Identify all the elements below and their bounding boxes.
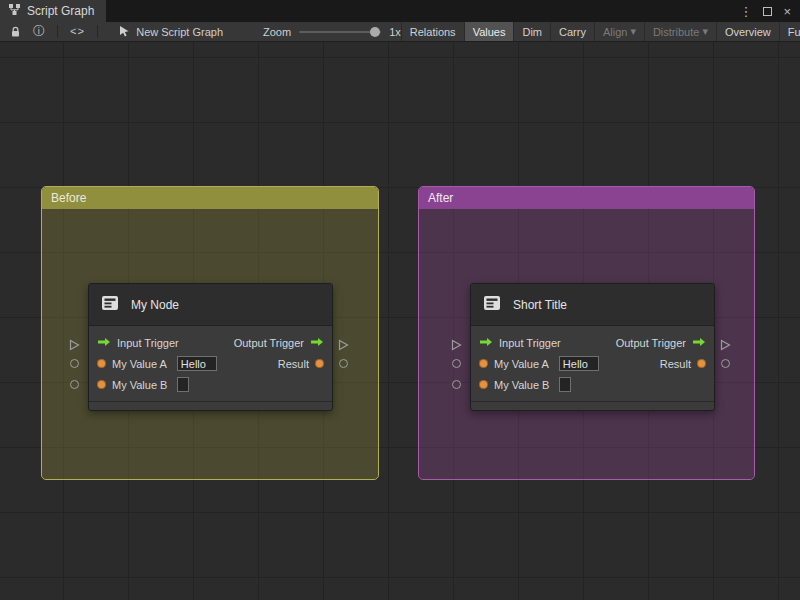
carry-button[interactable]: Carry [550, 22, 594, 42]
zoom-value: 1x [389, 26, 401, 38]
unit-icon [481, 292, 503, 317]
script-graph-icon [8, 3, 21, 19]
output-trigger-label: Output Trigger [234, 337, 304, 349]
result-label: Result [660, 358, 691, 370]
value-a-port[interactable] [452, 359, 461, 368]
trigger-arrow-icon[interactable] [310, 337, 324, 349]
result-port[interactable] [721, 359, 730, 368]
value-a-input[interactable] [559, 356, 599, 371]
unit-icon [99, 292, 121, 317]
value-port-icon[interactable] [97, 380, 106, 389]
overview-label: Overview [725, 26, 771, 38]
carry-label: Carry [559, 26, 586, 38]
group-after-header[interactable]: After [419, 187, 754, 209]
zoom-label: Zoom [263, 26, 291, 38]
align-dropdown[interactable]: Align ▾ [594, 22, 644, 42]
input-trigger-port[interactable] [451, 337, 462, 355]
dim-label: Dim [522, 26, 542, 38]
new-script-graph-button[interactable]: New Script Graph [118, 25, 223, 39]
group-before-title: Before [51, 191, 86, 205]
menu-icon[interactable]: ⋮ [739, 4, 752, 19]
output-trigger-port[interactable] [720, 337, 731, 355]
distribute-dropdown[interactable]: Distribute ▾ [644, 22, 716, 42]
overview-button[interactable]: Overview [716, 22, 779, 42]
value-b-label: My Value B [494, 379, 549, 391]
toolbar-divider [57, 25, 58, 38]
dim-button[interactable]: Dim [513, 22, 550, 42]
value-b-input[interactable] [559, 377, 571, 392]
zoom-slider-handle[interactable] [370, 27, 380, 37]
input-trigger-port[interactable] [69, 337, 80, 355]
value-a-port[interactable] [70, 359, 79, 368]
graph-canvas[interactable]: Before After [0, 42, 800, 600]
value-a-label: My Value A [494, 358, 549, 370]
node-header[interactable]: Short Title [471, 284, 714, 326]
fullscreen-button[interactable]: Full Screen [779, 22, 800, 42]
chevron-down-icon: ▾ [630, 25, 636, 38]
value-port-icon[interactable] [479, 380, 488, 389]
port-row: My Value B [89, 374, 332, 395]
group-before-header[interactable]: Before [42, 187, 378, 209]
value-b-port[interactable] [70, 380, 79, 389]
port-row: My Value A Result [471, 353, 714, 374]
node-footer [471, 401, 714, 410]
group-after-title: After [428, 191, 453, 205]
window-controls: ⋮ × [739, 0, 800, 22]
node-short-title[interactable]: Short Title Input Trigger Output Trigger… [470, 283, 715, 411]
result-label: Result [278, 358, 309, 370]
distribute-label: Distribute [653, 26, 699, 38]
zoom-slider[interactable] [299, 31, 381, 33]
node-footer [89, 401, 332, 410]
node-title: My Node [131, 298, 179, 312]
value-port-icon[interactable] [315, 359, 324, 368]
new-script-graph-label: New Script Graph [136, 26, 223, 38]
trigger-arrow-icon[interactable] [479, 337, 493, 349]
relations-button[interactable]: Relations [401, 22, 464, 42]
value-port-icon[interactable] [697, 359, 706, 368]
tab-title: Script Graph [27, 4, 94, 18]
toolbar-buttons: Relations Values Dim Carry Align ▾ Distr… [401, 22, 800, 42]
value-b-port[interactable] [452, 380, 461, 389]
fullscreen-label: Full Screen [788, 26, 800, 38]
port-row: My Value B [471, 374, 714, 395]
relations-label: Relations [410, 26, 456, 38]
value-a-label: My Value A [112, 358, 167, 370]
node-ports: Input Trigger Output Trigger My Value A … [89, 326, 332, 401]
value-a-input[interactable] [177, 356, 217, 371]
output-trigger-port[interactable] [338, 337, 349, 355]
chevron-down-icon: ▾ [702, 25, 708, 38]
graph-toolbar: ⓘ <> New Script Graph Zoom 1x Relations … [0, 22, 800, 42]
align-label: Align [603, 26, 627, 38]
zoom-control: Zoom 1x [263, 26, 401, 38]
toolbar-divider [97, 25, 98, 38]
port-row: Input Trigger Output Trigger [89, 332, 332, 353]
pointer-icon [118, 25, 130, 39]
value-b-input[interactable] [177, 377, 189, 392]
value-b-label: My Value B [112, 379, 167, 391]
lock-icon[interactable] [4, 22, 27, 42]
info-icon[interactable]: ⓘ [27, 22, 51, 42]
tab-strip: Script Graph ⋮ × [0, 0, 800, 22]
values-button[interactable]: Values [464, 22, 514, 42]
value-port-icon[interactable] [97, 359, 106, 368]
trigger-arrow-icon[interactable] [692, 337, 706, 349]
code-view-icon[interactable]: <> [64, 22, 91, 42]
port-row: Input Trigger Output Trigger [471, 332, 714, 353]
node-header[interactable]: My Node [89, 284, 332, 326]
values-label: Values [473, 26, 506, 38]
maximize-icon[interactable] [763, 7, 772, 16]
node-my-node[interactable]: My Node Input Trigger Output Trigger My … [88, 283, 333, 411]
tab-script-graph[interactable]: Script Graph [0, 0, 106, 22]
input-trigger-label: Input Trigger [117, 337, 179, 349]
trigger-arrow-icon[interactable] [97, 337, 111, 349]
result-port[interactable] [339, 359, 348, 368]
node-ports: Input Trigger Output Trigger My Value A … [471, 326, 714, 401]
output-trigger-label: Output Trigger [616, 337, 686, 349]
input-trigger-label: Input Trigger [499, 337, 561, 349]
value-port-icon[interactable] [479, 359, 488, 368]
port-row: My Value A Result [89, 353, 332, 374]
close-icon[interactable]: × [783, 4, 791, 19]
node-title: Short Title [513, 298, 567, 312]
